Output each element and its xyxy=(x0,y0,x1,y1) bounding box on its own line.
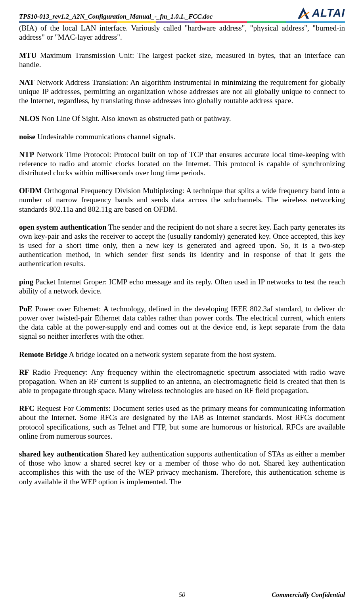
glossary-entry-noise: noise Undesirable communications channel… xyxy=(19,132,345,141)
document-body: (BIA) of the local LAN interface. Variou… xyxy=(19,23,345,486)
glossary-entry-open-system-auth: open system authentication The sender an… xyxy=(19,222,345,268)
term: NLOS xyxy=(19,114,40,123)
page-footer: 50 Commercially Confidential xyxy=(19,591,345,599)
page-number: 50 xyxy=(128,591,236,599)
term: PoE xyxy=(19,305,33,313)
glossary-entry-rfc: RFC Request For Comments: Document serie… xyxy=(19,404,345,441)
term: Remote Bridge xyxy=(19,350,67,359)
term: NTP xyxy=(19,150,34,159)
glossary-entry-shared-key-auth: shared key authentication Shared key aut… xyxy=(19,449,345,486)
glossary-entry-nlos: NLOS Non Line Of Sight. Also known as ob… xyxy=(19,114,345,123)
glossary-continuation-bia: (BIA) of the local LAN interface. Variou… xyxy=(19,23,345,42)
term: NAT xyxy=(19,78,34,86)
term: MTU xyxy=(19,51,36,59)
term: ping xyxy=(19,278,33,286)
altai-logo-icon xyxy=(295,7,311,19)
term: noise xyxy=(19,132,35,141)
glossary-entry-ntp: NTP Network Time Protocol: Protocol buil… xyxy=(19,150,345,178)
brand-logo-text: ALTAI xyxy=(312,6,345,20)
glossary-entry-poe: PoE Power over Ethernet: A technology, d… xyxy=(19,304,345,341)
term: OFDM xyxy=(19,186,42,195)
confidentiality-label: Commercially Confidential xyxy=(236,591,345,599)
brand-logo: ALTAI xyxy=(295,6,345,21)
glossary-entry-ofdm: OFDM Orthogonal Frequency Division Multi… xyxy=(19,186,345,214)
page-header: TPS10-013_rev1.2_A2N_Configuration_Manua… xyxy=(19,0,345,21)
header-color-divider xyxy=(19,21,345,23)
glossary-entry-mtu: MTU Maximum Transmission Unit: The large… xyxy=(19,51,345,69)
term: shared key authentication xyxy=(19,450,103,458)
glossary-entry-nat: NAT Network Address Translation: An algo… xyxy=(19,78,345,105)
document-filename: TPS10-013_rev1.2_A2N_Configuration_Manua… xyxy=(19,13,213,21)
term: open system authentication xyxy=(19,223,107,231)
term: RF xyxy=(19,368,29,376)
glossary-entry-remote-bridge: Remote Bridge A bridge located on a netw… xyxy=(19,350,345,359)
glossary-entry-rf: RF Radio Frequency: Any frequency within… xyxy=(19,368,345,395)
glossary-entry-ping: ping Packet Internet Groper: ICMP echo m… xyxy=(19,277,345,295)
term: RFC xyxy=(19,404,34,412)
